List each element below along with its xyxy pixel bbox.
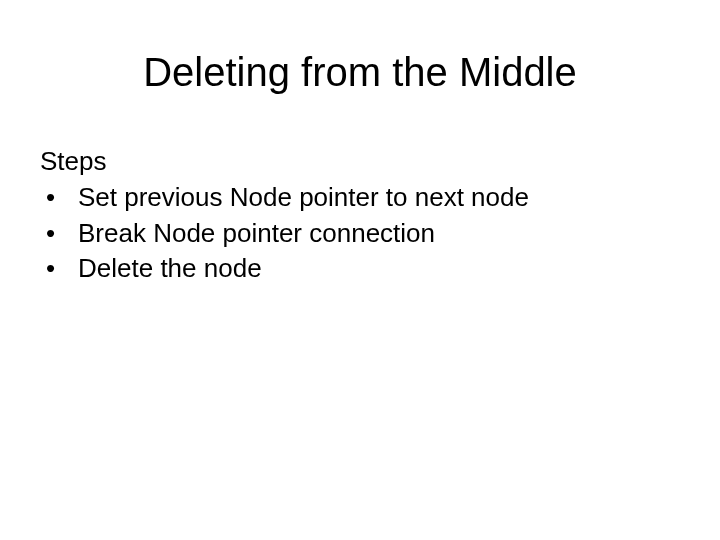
- slide-container: Deleting from the Middle Steps Set previ…: [0, 0, 720, 540]
- list-item: Break Node pointer connection: [40, 217, 680, 251]
- slide-content: Steps Set previous Node pointer to next …: [40, 145, 680, 286]
- bullet-list: Set previous Node pointer to next node B…: [40, 181, 680, 286]
- list-item: Set previous Node pointer to next node: [40, 181, 680, 215]
- steps-label: Steps: [40, 145, 680, 179]
- list-item: Delete the node: [40, 252, 680, 286]
- slide-title: Deleting from the Middle: [40, 50, 680, 95]
